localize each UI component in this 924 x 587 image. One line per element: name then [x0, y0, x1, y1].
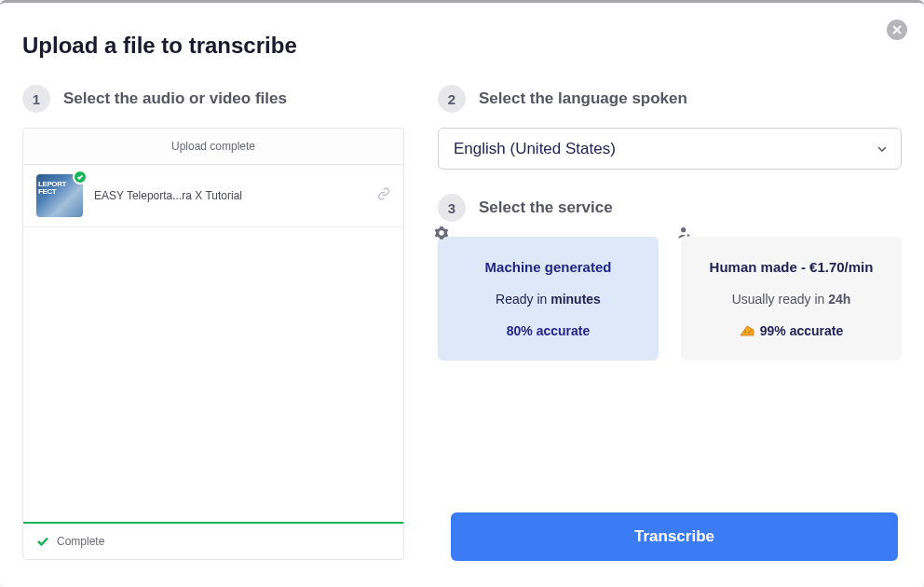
step2-header: 2 Select the language spoken — [438, 85, 902, 113]
gear-icon — [434, 225, 449, 244]
modal-title: Upload a file to transcribe — [22, 33, 902, 59]
service-machine-accuracy: 80% accurate — [451, 323, 645, 338]
language-select[interactable]: English (United States) — [438, 128, 902, 170]
link-icon[interactable] — [377, 187, 390, 204]
check-icon — [73, 170, 88, 184]
person-edit-icon — [677, 225, 692, 244]
service-human-made[interactable]: Human made - €1.70/min Usually ready in … — [681, 237, 902, 361]
cheese-icon — [740, 324, 754, 340]
service-human-ready: Usually ready in 24h — [694, 292, 889, 307]
right-column: 2 Select the language spoken English (Un… — [438, 85, 902, 560]
service-machine-ready: Ready in minutes — [451, 292, 645, 307]
step1-title: Select the audio or video files — [63, 89, 287, 108]
svg-point-3 — [750, 330, 752, 332]
step2-number: 2 — [438, 85, 466, 113]
service-human-accuracy: 99% accurate — [694, 323, 889, 340]
upload-status-header: Upload complete — [23, 129, 403, 165]
close-button[interactable] — [887, 20, 907, 40]
step2-title: Select the language spoken — [479, 89, 687, 108]
service-machine-generated[interactable]: Machine generated Ready in minutes 80% a… — [438, 237, 659, 361]
svg-point-1 — [744, 331, 746, 333]
upload-dropzone[interactable] — [23, 227, 403, 522]
step3-number: 3 — [438, 194, 466, 222]
file-name: EASY Teleporta...ra X Tutorial — [94, 189, 366, 202]
service-human-title: Human made - €1.70/min — [694, 259, 889, 275]
complete-label: Complete — [57, 535, 104, 548]
transcribe-button[interactable]: Transcribe — [451, 512, 898, 561]
service-options: Machine generated Ready in minutes 80% a… — [438, 237, 902, 361]
upload-box: Upload complete LEPORT FECT EASY Telepor… — [22, 128, 404, 560]
step3-header: 3 Select the service — [438, 194, 902, 222]
checkmark-icon — [36, 535, 49, 548]
file-row[interactable]: LEPORT FECT EASY Teleporta...ra X Tutori… — [23, 165, 403, 227]
step1-column: 1 Select the audio or video files Upload… — [22, 85, 404, 560]
file-thumb-wrap: LEPORT FECT — [36, 174, 83, 217]
step1-number: 1 — [22, 85, 50, 113]
service-machine-title: Machine generated — [451, 259, 645, 275]
svg-point-2 — [748, 332, 750, 334]
complete-row: Complete — [23, 524, 403, 559]
close-icon — [892, 25, 902, 34]
upload-modal: Upload a file to transcribe 1 Select the… — [0, 0, 924, 587]
svg-point-0 — [681, 227, 686, 232]
step1-header: 1 Select the audio or video files — [22, 85, 404, 113]
step3-title: Select the service — [479, 198, 613, 217]
